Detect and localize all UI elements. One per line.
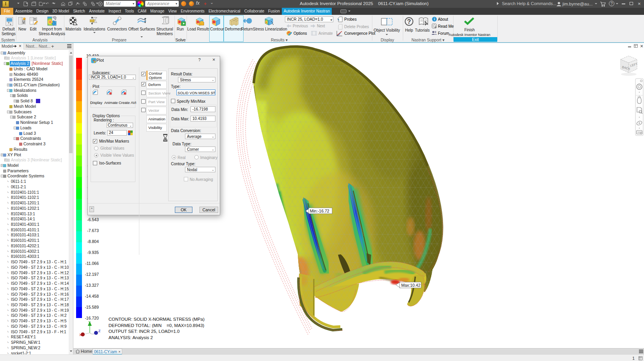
svg-text:Min:-16.72: Min:-16.72 <box>310 209 329 213</box>
svg-text:X: X <box>79 333 82 337</box>
svg-text:Max:10.42: Max:10.42 <box>401 283 420 288</box>
svg-text:Z: Z <box>98 329 101 333</box>
svg-text:Y: Y <box>88 320 91 324</box>
